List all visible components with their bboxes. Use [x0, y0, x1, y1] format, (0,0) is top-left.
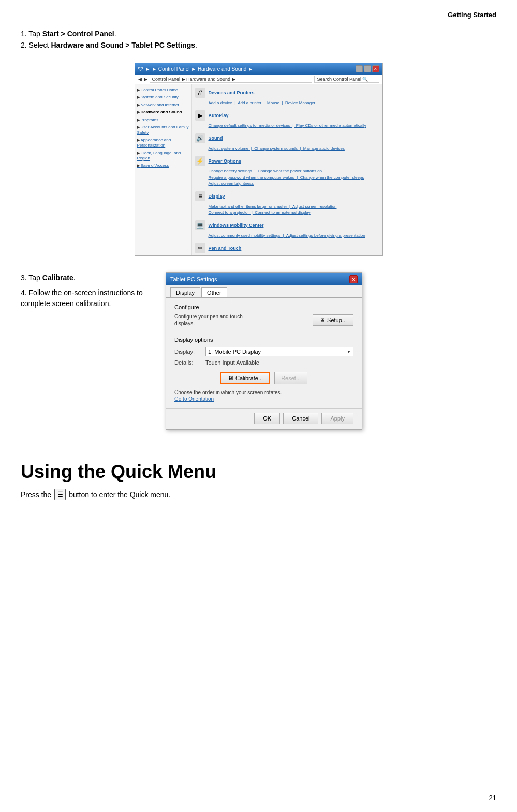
cp-section-power-header: ⚡ Power Options: [195, 156, 379, 166]
close-btn[interactable]: ✕: [372, 65, 379, 72]
autoplay-icon: ▶: [195, 110, 205, 121]
setup-button[interactable]: 🖥 Setup...: [313, 314, 353, 326]
go-to-orientation-link[interactable]: Go to Orientation: [174, 396, 353, 402]
cp-section-devices-header: 🖨 Devices and Printers: [195, 88, 379, 98]
steps-and-dialog: 3. Tap Calibrate. 4. Follow the on-scree…: [21, 272, 496, 430]
display-select-value: 1. Mobile PC Display: [208, 349, 261, 355]
step-2-prefix: 2. Select: [21, 41, 51, 49]
autoplay-title[interactable]: AutoPlay: [209, 113, 229, 118]
page-number: 21: [489, 794, 496, 802]
page-title: Getting Started: [448, 11, 496, 19]
power-icon: ⚡: [195, 156, 205, 166]
step-4: 4. Follow the on-screen instructions to …: [21, 287, 155, 309]
maximize-btn[interactable]: □: [364, 65, 371, 72]
sidebar-item-network[interactable]: Network and Internet: [137, 103, 189, 108]
page-container: Getting Started 1. Tap Start > Control P…: [0, 0, 517, 812]
sidebar-item-clock[interactable]: Clock, Language, and Region: [137, 151, 189, 162]
cp-section-autoplay-header: ▶ AutoPlay: [195, 110, 379, 121]
forward-icon[interactable]: ▶: [144, 77, 147, 82]
cp-main: 🖨 Devices and Printers Add a device | Ad…: [192, 84, 382, 255]
quick-menu-section: Using the Quick Menu Press the ☰ button …: [21, 461, 496, 500]
cp-titlebar-right: _ □ ✕: [356, 65, 379, 72]
pen-icon: ✏: [195, 243, 205, 253]
sidebar-item-hardware[interactable]: Hardware and Sound: [137, 110, 189, 115]
tab-display[interactable]: Display: [170, 287, 200, 297]
step-1: 1. Tap Start > Control Panel.: [21, 30, 496, 38]
cp-section-sound: 🔊 Sound Adjust system volume | Change sy…: [195, 133, 379, 152]
steps-left: 3. Tap Calibrate. 4. Follow the on-scree…: [21, 272, 155, 317]
back-icon[interactable]: ◀: [138, 77, 142, 82]
calibrate-button[interactable]: 🖥 Calibrate...: [220, 372, 270, 384]
configure-section-title: Configure: [174, 304, 353, 310]
cp-section-display: 🖥 Display Make text and other items larg…: [195, 191, 379, 216]
sidebar-item-ease[interactable]: Ease of Access: [137, 163, 189, 168]
power-title[interactable]: Power Options: [209, 158, 242, 164]
display-icon: 🖥: [195, 191, 205, 201]
cp-address-bar: ◀ ▶ Control Panel ▶ Hardware and Sound ▶…: [135, 75, 382, 84]
mobility-title[interactable]: Windows Mobility Center: [209, 223, 264, 228]
configure-row: Configure your pen and touch displays. 🖥…: [174, 313, 353, 331]
orientation-text: Choose the order in which your screen ro…: [174, 389, 353, 402]
display-title[interactable]: Display: [209, 194, 225, 199]
cp-section-devices: 🖨 Devices and Printers Add a device | Ad…: [195, 88, 379, 106]
step-3-prefix: 3. Tap: [21, 273, 42, 282]
step-2: 2. Select Hardware and Sound > Tablet PC…: [21, 41, 496, 49]
ok-button[interactable]: OK: [254, 413, 280, 424]
step-1-prefix: 1. Tap: [21, 30, 42, 38]
search-box[interactable]: Search Control Panel 🔍: [314, 76, 379, 83]
step-3: 3. Tap Calibrate.: [21, 272, 155, 283]
cp-window: 🛡 ► ► Control Panel ► Hardware and Sound…: [135, 63, 382, 255]
control-panel-screenshot: 🛡 ► ► Control Panel ► Hardware and Sound…: [135, 63, 383, 256]
cp-section-sound-header: 🔊 Sound: [195, 133, 379, 143]
display-select[interactable]: 1. Mobile PC Display ▼: [205, 347, 353, 356]
minimize-btn[interactable]: _: [356, 65, 363, 72]
sidebar-item-programs[interactable]: Programs: [137, 118, 189, 123]
display-links: Make text and other items larger or smal…: [209, 204, 379, 216]
details-field-row: Details: Touch Input Available: [174, 359, 353, 366]
cp-sidebar: Control Panel Home System and Security N…: [135, 84, 192, 255]
dialog-body: Configure Configure your pen and touch d…: [166, 298, 362, 408]
reset-button[interactable]: Reset...: [274, 372, 307, 384]
cp-section-power: ⚡ Power Options Change battery settings …: [195, 156, 379, 187]
devices-title[interactable]: Devices and Printers: [209, 90, 255, 95]
power-links: Change battery settings | Change what th…: [209, 168, 379, 187]
steps-right: Tablet PC Settings ✕ Display Other Confi…: [166, 272, 362, 430]
calibrate-label: Calibrate...: [235, 375, 263, 381]
cp-section-pen-header: ✏ Pen and Touch: [195, 243, 379, 253]
cancel-button[interactable]: Cancel: [283, 413, 318, 424]
mobility-icon: 💻: [195, 220, 205, 230]
cp-section-pen: ✏ Pen and Touch Change tablet pen settin…: [195, 243, 379, 255]
sidebar-item-home[interactable]: Control Panel Home: [137, 88, 189, 93]
tab-other[interactable]: Other: [201, 287, 227, 297]
setup-label: Setup...: [327, 317, 347, 323]
orientation-desc: Choose the order in which your screen ro…: [174, 389, 282, 395]
apply-button[interactable]: Apply: [321, 413, 353, 424]
cp-titlebar-left: 🛡 ► ► Control Panel ► Hardware and Sound…: [138, 66, 254, 72]
sidebar-item-system[interactable]: System and Security: [137, 95, 189, 100]
quick-menu-button-icon: ☰: [54, 489, 66, 500]
step-2-suffix: .: [195, 41, 197, 49]
quick-menu-desc: Press the ☰ button to enter the Quick me…: [21, 489, 496, 500]
control-panel-screenshot-wrapper: 🛡 ► ► Control Panel ► Hardware and Sound…: [21, 57, 496, 266]
dialog-tabs: Display Other: [166, 285, 362, 298]
setup-icon: 🖥: [319, 317, 325, 323]
details-label: Details:: [174, 359, 205, 366]
cp-titlebar: 🛡 ► ► Control Panel ► Hardware and Sound…: [135, 63, 382, 75]
devices-links: Add a device | Add a printer | Mouse | D…: [209, 100, 379, 106]
steps-list-lower: 3. Tap Calibrate. 4. Follow the on-scree…: [21, 272, 155, 309]
dialog-close-button[interactable]: ✕: [349, 275, 358, 283]
sidebar-item-appearance[interactable]: Appearance and Personalization: [137, 138, 189, 149]
sidebar-item-user-accounts[interactable]: User Accounts and Family Safety: [137, 125, 189, 136]
display-options-title: Display options: [174, 337, 353, 343]
quick-menu-desc-suffix: button to enter the Quick menu.: [69, 490, 170, 499]
autoplay-links: Change default settings for media or dev…: [209, 123, 379, 129]
step-1-suffix: .: [114, 30, 116, 38]
display-field-row: Display: 1. Mobile PC Display ▼: [174, 347, 353, 356]
cp-address-text: ► ► Control Panel ► Hardware and Sound ►: [145, 66, 254, 72]
cp-content: Control Panel Home System and Security N…: [135, 84, 382, 255]
cp-section-mobility-header: 💻 Windows Mobility Center: [195, 220, 379, 230]
pen-title[interactable]: Pen and Touch: [209, 245, 242, 251]
sound-title[interactable]: Sound: [209, 136, 223, 141]
sound-icon: 🔊: [195, 133, 205, 143]
reset-label: Reset...: [281, 375, 301, 381]
